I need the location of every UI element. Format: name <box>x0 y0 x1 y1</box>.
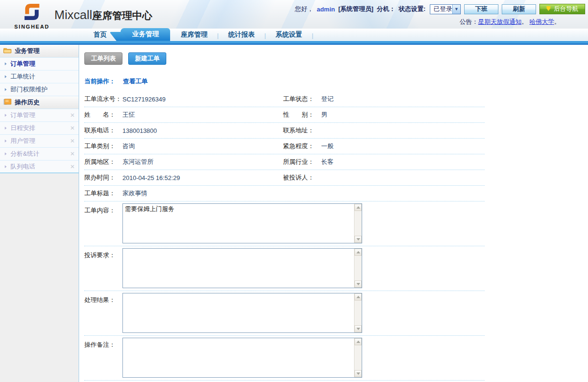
content-textarea[interactable]: 需要保姆上门服务 <box>123 204 354 243</box>
field-value-phone: 1380013800 <box>122 127 283 134</box>
history-item-schedule[interactable]: 日程安排 ✕ <box>0 122 79 135</box>
field-label-deadline: 限办时间： <box>84 173 122 182</box>
form-row-serial-status: 工单流水号： SC1271926349 工单状态： 登记 <box>84 91 485 107</box>
sidebar-section-title: 操作历史 <box>15 98 40 107</box>
arrow-right-icon <box>5 127 7 130</box>
offwork-button[interactable]: 下班 <box>464 4 498 14</box>
main-nav: 首页 | 业务管理 座席管理 | 统计报表 | 系统设置 | <box>0 29 588 41</box>
field-label-complainee: 被投诉人： <box>283 173 321 182</box>
down-arrow-icon <box>546 8 551 13</box>
history-folder-icon <box>3 99 11 106</box>
scroll-down-icon[interactable] <box>355 281 362 288</box>
tab-business[interactable]: 业务管理 <box>121 28 170 41</box>
brand-name: Mixcall <box>54 8 92 22</box>
field-value-region: 东河运管所 <box>122 158 283 166</box>
app-header: SINGHEAD Mixcall座席管理中心 您好， admin [系统管理员]… <box>0 0 588 29</box>
scroll-up-icon[interactable] <box>355 249 362 256</box>
logo: SINGHEAD Mixcall座席管理中心 <box>14 2 152 29</box>
close-icon[interactable]: ✕ <box>70 163 75 170</box>
field-label-address: 联系地址： <box>283 126 321 135</box>
scrollbar[interactable] <box>354 293 362 332</box>
arrow-right-icon <box>5 88 7 91</box>
nav-divider: | <box>264 30 267 41</box>
scroll-up-icon[interactable] <box>355 293 362 301</box>
announcement-link-2[interactable]: 哈佛大学 <box>529 18 554 25</box>
scrollbar[interactable] <box>354 249 362 288</box>
sidebar-item-label: 工单统计 <box>10 72 35 81</box>
field-label-urgency: 紧急程度： <box>283 142 321 151</box>
scroll-down-icon[interactable] <box>355 370 362 377</box>
arrow-right-icon <box>5 114 7 117</box>
backstage-nav-button[interactable]: 后台导航 <box>539 4 585 14</box>
status-select-value: 已登录 <box>430 5 452 13</box>
field-value-urgency: 一般 <box>321 142 485 151</box>
tab-home[interactable]: 首页 <box>85 29 115 41</box>
form-row-region-industry: 所属地区： 东河运管所 所属行业： 长客 <box>84 154 485 170</box>
new-ticket-button[interactable]: 新建工单 <box>128 52 166 65</box>
field-label-result: 处理结果： <box>84 293 122 333</box>
tab-system[interactable]: 系统设置 <box>267 29 311 41</box>
sidebar-item-order-mgmt[interactable]: 订单管理 <box>0 58 79 70</box>
user-status-bar: 您好， admin [系统管理员] 分机： 状态设置: 已登录 ▼ 下班 刷新 … <box>295 4 585 14</box>
sidebar: 业务管理 订单管理 工单统计 部门权限维护 操作历史 <box>0 45 79 382</box>
field-value-name: 王怔 <box>122 111 283 119</box>
sidebar-item-ticket-stats[interactable]: 工单统计 <box>0 70 79 83</box>
announcement-label: 公告： <box>459 18 478 25</box>
field-label-category: 工单类别： <box>84 142 122 151</box>
arrow-right-icon <box>5 75 7 78</box>
remark-textarea[interactable] <box>123 338 354 377</box>
field-label-content: 工单内容： <box>84 203 122 243</box>
form-row-result: 处理结果： <box>84 291 485 336</box>
field-label-gender: 性 别： <box>283 111 321 119</box>
complaint-request-textarea[interactable] <box>123 249 354 288</box>
result-textarea-box <box>122 293 362 333</box>
close-icon[interactable]: ✕ <box>70 138 75 144</box>
user-role: [系统管理员] <box>338 5 374 13</box>
history-item-analysis-stats[interactable]: 分析&统计 ✕ <box>0 148 79 161</box>
announcement-link-1[interactable]: 星期天放假通知 <box>478 18 521 25</box>
form-row-phone-address: 联系电话： 1380013800 联系地址： <box>84 123 485 139</box>
scroll-down-icon[interactable] <box>355 325 362 332</box>
field-label-remark: 操作备注： <box>84 338 122 378</box>
tab-seat[interactable]: 座席管理 <box>172 29 216 41</box>
refresh-button[interactable]: 刷新 <box>502 4 536 14</box>
chevron-down-icon[interactable]: ▼ <box>452 5 460 14</box>
scroll-up-icon[interactable] <box>355 204 362 211</box>
close-icon[interactable]: ✕ <box>70 151 75 157</box>
sidebar-section-history[interactable]: 操作历史 <box>0 96 79 109</box>
form-row-category-urgency: 工单类别： 咨询 紧急程度： 一般 <box>84 139 485 154</box>
history-item-order-mgmt[interactable]: 订单管理 ✕ <box>0 109 79 122</box>
field-label-serial: 工单流水号： <box>84 95 122 103</box>
tab-report[interactable]: 统计报表 <box>220 29 264 41</box>
history-item-queue-calls[interactable]: 队列电话 ✕ <box>0 161 79 173</box>
history-item-label: 队列电话 <box>10 162 35 171</box>
history-item-label: 用户管理 <box>10 137 35 145</box>
status-select[interactable]: 已登录 ▼ <box>430 4 461 14</box>
field-value-industry: 长客 <box>321 158 485 166</box>
arrow-right-icon <box>5 62 7 65</box>
history-item-label: 分析&统计 <box>10 150 40 158</box>
scroll-up-icon[interactable] <box>355 338 362 345</box>
arrow-right-icon <box>5 165 7 168</box>
close-icon[interactable]: ✕ <box>70 112 75 119</box>
sidebar-item-dept-permission[interactable]: 部门权限维护 <box>0 83 79 96</box>
form-row-remark: 操作备注： <box>84 336 485 381</box>
sidebar-section-business[interactable]: 业务管理 <box>0 45 79 58</box>
result-textarea[interactable] <box>123 293 354 332</box>
field-label-region: 所属地区： <box>84 158 122 166</box>
nav-divider: | <box>216 30 219 41</box>
form-row-deadline-complainee: 限办时间： 2010-04-25 16:52:29 被投诉人： <box>84 170 485 186</box>
history-item-user-mgmt[interactable]: 用户管理 ✕ <box>0 135 79 148</box>
announcement-bar: 公告：星期天放假通知。 哈佛大学。 <box>295 18 560 26</box>
field-value-deadline: 2010-04-25 16:52:29 <box>122 174 283 181</box>
scroll-down-icon[interactable] <box>355 236 362 243</box>
current-operation-label: 当前操作： <box>84 78 115 85</box>
singhead-logo-icon <box>21 2 43 24</box>
sidebar-section-title: 业务管理 <box>15 47 40 55</box>
ticket-list-button[interactable]: 工单列表 <box>84 52 122 65</box>
scrollbar[interactable] <box>354 204 362 243</box>
sidebar-item-label: 订单管理 <box>10 60 35 68</box>
field-value-serial: SC1271926349 <box>122 96 283 103</box>
scrollbar[interactable] <box>354 338 362 377</box>
close-icon[interactable]: ✕ <box>70 125 75 131</box>
